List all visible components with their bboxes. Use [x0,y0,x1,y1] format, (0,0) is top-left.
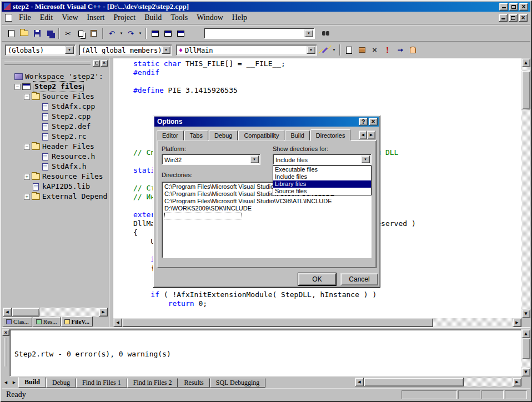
menu-insert[interactable]: Insert [83,12,109,23]
dialog-tab-tabs[interactable]: Tabs [184,130,208,140]
output-hscrollbar[interactable]: ◀ ▶ [355,378,521,386]
dropdown-option-executable-files[interactable]: Executable files [273,166,371,173]
dialog-close-button[interactable]: × [369,118,378,125]
workspace-close-button[interactable]: × [101,60,108,67]
members-combobox[interactable]: (All global members) ▼ [79,44,172,56]
mdi-restore-button[interactable] [509,14,518,22]
menu-tools[interactable]: Tools [166,12,192,23]
platform-combobox[interactable]: Win32 ▼ [162,154,260,165]
redo-button[interactable]: ↷ [124,27,137,39]
cut-button[interactable]: ✂ [62,27,74,39]
output-tab-debug[interactable]: Debug [46,378,76,388]
scroll-left-icon[interactable]: ◀ [113,318,122,327]
scroll-up-icon[interactable]: ▲ [521,58,530,67]
menu-edit[interactable]: Edit [36,12,57,23]
scroll-down-icon[interactable]: ▼ [521,309,530,318]
tree-expander-minus[interactable]: − [24,144,30,150]
workspace-tab-clas[interactable]: Clas... [3,317,32,326]
menu-window[interactable]: Window [192,12,228,23]
output-tab-sql-debugging[interactable]: SQL Debugging [210,378,266,388]
scrollbar-track[interactable] [521,338,530,368]
panel-splitter[interactable] [109,58,113,327]
window-list-button[interactable] [174,27,187,39]
scroll-right-icon[interactable]: ▶ [99,308,108,316]
copy-button[interactable] [74,27,87,39]
redo-dropdown-arrow[interactable]: ▼ [137,27,143,39]
build-button[interactable] [355,44,368,56]
workspace-panel-handle[interactable]: × [3,59,108,67]
paste-button[interactable] [87,27,100,39]
output-vscrollbar[interactable]: ▲ ▼ [521,329,530,376]
workspace-hscrollbar[interactable]: ◀ ▶ [3,308,108,316]
dropdown-arrow-icon[interactable]: ▼ [307,46,315,54]
open-file-button[interactable] [18,27,31,39]
new-file-button[interactable] [5,27,18,39]
workspace-tab-filev[interactable]: FileV... [61,316,93,326]
undo-dropdown-arrow[interactable]: ▼ [118,27,124,39]
find-combobox[interactable]: ▼ [204,28,315,39]
scroll-left-icon[interactable]: ◀ [3,308,12,316]
breakpoint-button[interactable] [406,44,419,56]
dialog-tab-compatibility[interactable]: Compatibility [238,130,284,140]
scroll-right-icon[interactable]: ▶ [513,378,521,386]
output-tab-find-in-files-2[interactable]: Find in Files 2 [127,378,178,388]
execute-button[interactable]: ! [381,44,394,56]
dropdown-option-library-files[interactable]: Library files [273,180,371,188]
output-toggle-button[interactable] [162,27,174,39]
scrollbar-thumb[interactable] [122,318,433,327]
stop-build-button[interactable]: ✕ [368,44,381,56]
scroll-up-icon[interactable]: ▲ [521,329,530,338]
save-button[interactable] [31,27,43,39]
dialog-tab-editor[interactable]: Editor [157,130,184,140]
tree-item-step2-cpp[interactable]: Step2.cpp [2,112,108,122]
tree-item-header[interactable]: −Header Files [2,142,108,152]
tree-item-external[interactable]: +External Dependencies [2,192,108,202]
scrollbar-thumb[interactable] [521,338,530,359]
scrollbar-track[interactable] [521,67,530,309]
dropdown-option-include-files[interactable]: Include files [273,173,371,180]
scroll-down-icon[interactable]: ▼ [521,368,530,376]
scroll-right-icon[interactable]: ▶ [513,318,521,327]
save-all-button[interactable] [43,27,56,39]
workspace-tab-res[interactable]: Res... [33,317,61,326]
tree-expander-plus[interactable]: + [24,194,30,200]
dialog-tab-debug[interactable]: Debug [209,130,238,140]
function-combobox[interactable]: ♦ DllMain ▼ [176,44,317,56]
wizardbar-actions-button[interactable] [319,44,331,56]
dialog-title-bar[interactable]: Options ? × [154,117,379,127]
menu-help[interactable]: Help [228,12,252,23]
tree-item-source[interactable]: −Source Files [2,92,108,102]
cancel-button[interactable]: Cancel [340,273,378,285]
dropdown-arrow-icon[interactable]: ▼ [65,46,74,54]
dropdown-arrow-icon[interactable]: ▼ [162,46,170,54]
scrollbar-thumb[interactable] [12,308,39,316]
output-tab-results[interactable]: Results [178,378,209,388]
globals-combobox[interactable]: (Globals) ▼ [5,44,76,56]
tree-item-resource-h[interactable]: Resource.h [2,152,108,162]
scroll-left-icon[interactable]: ◀ [355,378,364,386]
tree-expander-minus[interactable]: − [24,94,30,100]
ok-button[interactable]: OK [298,273,336,285]
tree-expander-minus[interactable]: − [14,84,21,90]
output-text-area[interactable]: Step2.rtw - 0 error(s), 0 warning(s) [9,329,521,376]
editor-hscrollbar[interactable]: ◀ ▶ [113,318,521,327]
wizardbar-actions-dropdown[interactable]: ▼ [331,44,337,56]
scrollbar-track[interactable] [364,378,513,386]
scrollbar-track[interactable] [12,308,99,316]
dropdown-arrow-icon[interactable]: ▼ [304,29,313,37]
dialog-help-button[interactable]: ? [359,118,368,125]
dialog-tab-build[interactable]: Build [285,130,309,140]
directory-item[interactable]: D:\WORKS2009\SDK\INCLUDE [162,205,371,212]
tabs-scroll-left-icon[interactable]: ◀ [359,130,367,139]
dropdown-arrow-icon[interactable]: ▼ [250,155,259,163]
mdi-minimize-button[interactable] [499,14,508,22]
menu-build[interactable]: Build [140,12,166,23]
tabs-scroll-right-icon[interactable]: ▶ [10,378,18,388]
output-tab-build[interactable]: Build [18,377,46,388]
mdi-close-button[interactable]: × [519,14,528,22]
show-directories-combobox[interactable]: Include files ▼ [273,154,372,165]
tabs-scroll-right-icon[interactable]: ▶ [367,130,375,139]
dropdown-arrow-icon[interactable]: ▼ [361,155,370,163]
menu-file[interactable]: File [14,12,36,23]
undo-button[interactable]: ↶ [106,27,118,39]
